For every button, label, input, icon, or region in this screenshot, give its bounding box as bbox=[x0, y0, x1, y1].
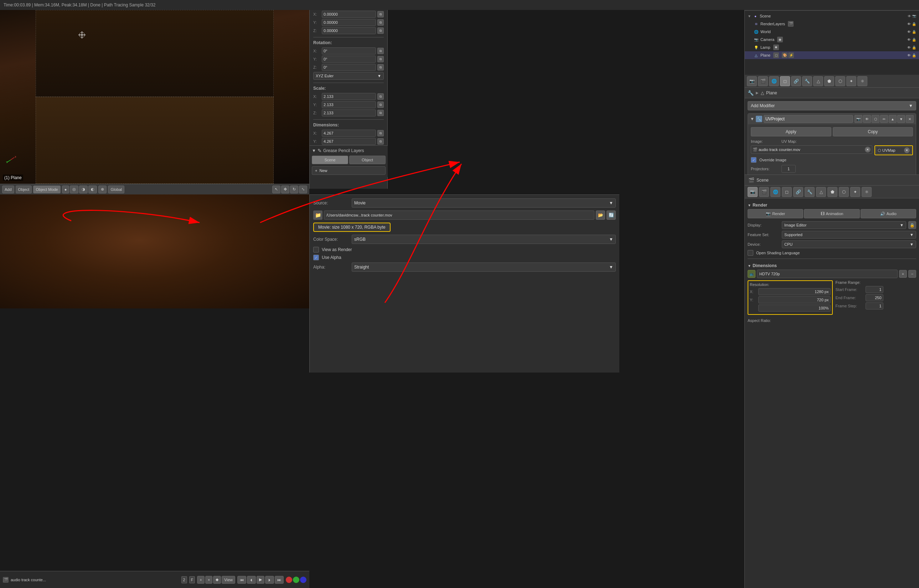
tool-rotate[interactable]: ↻ bbox=[290, 186, 298, 193]
plane-eye[interactable]: 👁 bbox=[907, 53, 911, 57]
display-lock-btn[interactable]: 🔒 bbox=[908, 221, 916, 229]
particle-icon-btn[interactable]: ✦ bbox=[846, 76, 856, 86]
plane-texture-btn[interactable]: ⚡ bbox=[788, 52, 794, 58]
camera-data-btn[interactable]: ◉ bbox=[777, 37, 783, 42]
play-green-btn[interactable] bbox=[293, 577, 299, 583]
uvmap-field[interactable]: ⬡ UVMap ✕ bbox=[876, 147, 911, 154]
location-y-copy[interactable]: ⧉ bbox=[377, 19, 384, 26]
hdtv-dropdown[interactable]: HDTV 720p bbox=[757, 270, 898, 278]
location-z-input[interactable]: 0.00000 bbox=[322, 27, 376, 34]
play-btn[interactable]: ▶ bbox=[257, 576, 264, 584]
gp-object-tab[interactable]: Object bbox=[349, 156, 385, 164]
override-image-checkbox[interactable]: ✓ bbox=[751, 157, 757, 163]
render-physics-icon[interactable]: ⚛ bbox=[862, 187, 872, 197]
uvmap-clear-btn[interactable]: ✕ bbox=[904, 147, 910, 153]
projectors-value[interactable]: 1 bbox=[781, 165, 796, 173]
world-eye[interactable]: 👁 bbox=[907, 30, 911, 34]
dim-y-input[interactable]: 4.267 bbox=[322, 138, 376, 145]
mod-down-btn[interactable]: ▼ bbox=[897, 115, 905, 123]
render-obj-icon[interactable]: ◻ bbox=[782, 187, 792, 197]
rotation-z-input[interactable]: 0° bbox=[322, 64, 376, 71]
render-tex-icon[interactable]: ⬡ bbox=[839, 187, 849, 197]
render-section-expand[interactable]: ▼ Render bbox=[747, 201, 916, 209]
location-x-input[interactable]: 0.00000 bbox=[322, 11, 376, 18]
rotation-x-copy[interactable]: ⧉ bbox=[377, 48, 384, 54]
material-icon-btn[interactable]: ⬟ bbox=[824, 76, 834, 86]
object-menu-btn[interactable]: Object bbox=[16, 186, 32, 193]
gp-new-btn[interactable]: + New bbox=[312, 166, 385, 175]
eye-icon[interactable]: 👁 bbox=[908, 14, 911, 18]
gp-scene-tab[interactable]: Scene bbox=[312, 156, 348, 164]
renderlayers-eye[interactable]: 👁 bbox=[907, 22, 911, 26]
render-icon-btn[interactable]: 📷 bbox=[747, 76, 757, 86]
timeline-marker-btn[interactable]: ◆ bbox=[213, 576, 221, 584]
camera-restrict[interactable]: 🔒 bbox=[912, 38, 916, 42]
pivot-btn[interactable]: ⊕ bbox=[98, 186, 107, 193]
physics-icon-btn[interactable]: ⚛ bbox=[858, 76, 867, 86]
scale-x-copy[interactable]: ⧉ bbox=[377, 93, 384, 100]
outliner-item-lamp[interactable]: 💡 Lamp ✱ 👁 🔒 bbox=[745, 44, 919, 51]
res-x-value[interactable]: 1280 px bbox=[758, 288, 831, 295]
renderlayers-btn[interactable]: 🎬 bbox=[788, 21, 794, 27]
play-end-btn[interactable]: ⏭ bbox=[275, 576, 284, 584]
tool-move[interactable]: ✥ bbox=[281, 186, 290, 193]
apply-btn[interactable]: Apply bbox=[751, 127, 832, 136]
scene-icon-btn[interactable]: 🎬 bbox=[758, 76, 768, 86]
modifier-name-input[interactable]: UVProject bbox=[764, 115, 853, 123]
plane-material-btn[interactable]: 🎨 bbox=[782, 52, 788, 58]
mod-render-icon-btn[interactable]: ⬡ bbox=[872, 115, 879, 123]
timeline-frame-num[interactable]: 2 bbox=[181, 576, 187, 583]
color-space-dropdown[interactable]: sRGB ▼ bbox=[352, 235, 616, 244]
scale-z-copy[interactable]: ⧉ bbox=[377, 110, 384, 116]
scale-x-input[interactable]: 2.133 bbox=[322, 93, 376, 100]
plane-data-btn[interactable]: ◻ bbox=[773, 52, 779, 58]
plane-restrict[interactable]: 🔒 bbox=[912, 53, 916, 57]
render-tab-audio[interactable]: 🔊 Audio bbox=[861, 209, 916, 218]
mod-camera-icon-btn[interactable]: 📷 bbox=[854, 115, 862, 123]
lamp-data-btn[interactable]: ✱ bbox=[773, 45, 779, 50]
dim-x-copy[interactable]: ⧉ bbox=[377, 130, 384, 136]
outliner-item-camera[interactable]: 📷 Camera ◉ 👁 🔒 bbox=[745, 36, 919, 44]
source-dropdown[interactable]: Movie ▼ bbox=[352, 199, 616, 208]
rotation-y-copy[interactable]: ⧉ bbox=[377, 56, 384, 62]
mod-eye-icon-btn[interactable]: 👁 bbox=[863, 115, 871, 123]
constraint-icon-btn[interactable]: 🔗 bbox=[791, 76, 801, 86]
loop-btn[interactable] bbox=[300, 577, 306, 583]
lamp-eye[interactable]: 👁 bbox=[907, 45, 911, 50]
viewport-shading-btn[interactable]: ● bbox=[62, 186, 70, 193]
scale-y-input[interactable]: 2.133 bbox=[322, 101, 376, 108]
render-particle-icon[interactable]: ✦ bbox=[850, 187, 860, 197]
res-percent-value[interactable]: 100% bbox=[758, 305, 831, 312]
filepath-browse-btn[interactable]: 📂 bbox=[596, 210, 605, 220]
location-x-copy[interactable]: ⧉ bbox=[377, 11, 384, 18]
display-dropdown[interactable]: Image Editor ▼ bbox=[782, 221, 906, 229]
object-icon-btn[interactable]: ◻ bbox=[780, 76, 790, 86]
scale-z-input[interactable]: 2.133 bbox=[322, 109, 376, 116]
play-next-btn[interactable]: ⏵ bbox=[265, 576, 274, 584]
timeline-delete-btn[interactable]: × bbox=[205, 576, 212, 584]
world-icon-btn[interactable]: 🌐 bbox=[769, 76, 779, 86]
camera-eye-icon[interactable]: 📷 bbox=[912, 14, 916, 18]
rotation-z-copy[interactable]: ⧉ bbox=[377, 64, 384, 71]
alpha-dropdown[interactable]: Straight ▼ bbox=[352, 262, 616, 272]
viewport-solid-btn[interactable]: ◑ bbox=[79, 186, 87, 193]
outliner-item-renderlayers[interactable]: ⧈ RenderLayers 🎬 👁 🔒 bbox=[745, 20, 919, 28]
renderlayers-restrict[interactable]: 🔒 bbox=[912, 22, 916, 26]
tool-scale[interactable]: ⤡ bbox=[299, 186, 307, 193]
mode-btn[interactable]: Object Mode bbox=[33, 186, 60, 193]
world-restrict[interactable]: 🔒 bbox=[912, 30, 916, 34]
render-scene-icon-btn[interactable]: 🎬 bbox=[759, 187, 769, 197]
viewport-wire-btn[interactable]: ◎ bbox=[70, 186, 78, 193]
rotation-mode-dropdown[interactable]: XYZ Euler ▼ bbox=[313, 72, 384, 80]
add-modifier-btn[interactable]: Add Modifier ▼ bbox=[747, 101, 916, 110]
hdtv-del-btn[interactable]: − bbox=[908, 270, 916, 278]
render-world-icon[interactable]: 🌐 bbox=[770, 187, 780, 197]
viewport-bottom[interactable] bbox=[0, 194, 309, 309]
view-as-render-checkbox[interactable] bbox=[313, 247, 319, 252]
viewport-render-btn[interactable]: ◐ bbox=[88, 186, 97, 193]
render-chain-icon[interactable]: 🔗 bbox=[793, 187, 803, 197]
mod-up-btn[interactable]: ▲ bbox=[889, 115, 896, 123]
image-field[interactable]: 🎬 audio track counter.mov ✕ bbox=[751, 145, 872, 154]
hdtv-add-btn[interactable]: + bbox=[899, 270, 907, 278]
scale-y-copy[interactable]: ⧉ bbox=[377, 102, 384, 108]
